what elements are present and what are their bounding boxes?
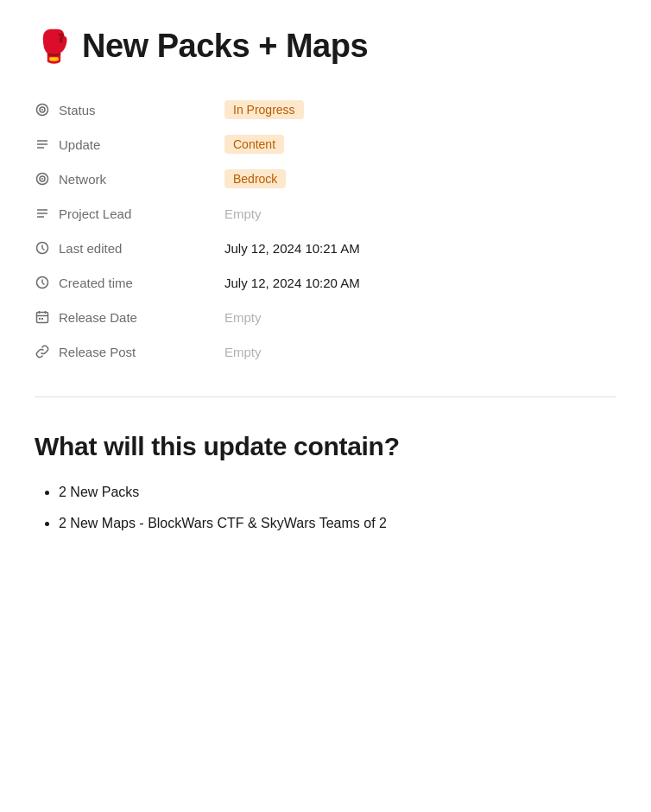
page-title: New Packs + Maps [82,28,368,65]
network-label: Network [59,172,106,187]
network-value[interactable]: Bedrock [224,169,616,188]
list-item: 2 New Packs [59,482,616,503]
property-label-release-post: Release Post [35,344,224,359]
property-label-created-time: Created time [35,275,224,290]
property-row-status[interactable]: Status In Progress [35,92,616,127]
property-label-network: Network [35,171,224,187]
content-heading: What will this update contain? [35,432,616,461]
network-target-icon [35,171,50,187]
svg-point-2 [41,109,43,111]
status-tag[interactable]: In Progress [224,100,304,119]
property-row-created-time[interactable]: Created time July 12, 2024 10:20 AM [35,265,616,300]
page-emoji: 🥊 [35,31,73,62]
created-time-date: July 12, 2024 10:20 AM [224,276,360,290]
update-label: Update [59,137,100,152]
project-lead-label: Project Lead [59,206,131,221]
network-tag[interactable]: Bedrock [224,169,286,188]
svg-rect-18 [37,313,48,323]
calendar-icon [35,309,50,325]
release-post-empty: Empty [224,345,262,359]
release-date-value[interactable]: Empty [224,310,616,325]
created-clock-icon [35,275,50,290]
link-icon [35,344,50,359]
status-value[interactable]: In Progress [224,100,616,119]
property-row-release-date[interactable]: Release Date Empty [35,300,616,334]
project-lead-empty: Empty [224,206,262,221]
svg-point-8 [41,178,43,180]
svg-line-14 [42,249,45,251]
release-post-label: Release Post [59,345,136,359]
properties-section: Status In Progress Update Content [35,92,616,369]
last-edited-label: Last edited [59,241,122,256]
property-label-last-edited: Last edited [35,240,224,256]
property-label-status: Status [35,102,224,117]
update-value[interactable]: Content [224,135,616,154]
property-row-update[interactable]: Update Content [35,127,616,162]
content-section: What will this update contain? 2 New Pac… [35,425,616,534]
property-row-last-edited[interactable]: Last edited July 12, 2024 10:21 AM [35,231,616,265]
svg-line-17 [42,283,45,285]
section-divider [35,396,616,397]
svg-rect-22 [39,318,41,320]
bullet-item-1: 2 New Packs [59,485,139,499]
release-date-empty: Empty [224,310,262,325]
svg-rect-23 [41,318,43,320]
property-row-release-post[interactable]: Release Post Empty [35,334,616,369]
property-label-project-lead: Project Lead [35,206,224,221]
property-row-network[interactable]: Network Bedrock [35,162,616,196]
list-icon [35,136,50,152]
bullet-item-2: 2 New Maps - BlockWars CTF & SkyWars Tea… [59,516,387,530]
page-title-container: 🥊 New Packs + Maps [35,28,616,65]
update-tag[interactable]: Content [224,135,284,154]
release-date-label: Release Date [59,310,137,325]
list-item: 2 New Maps - BlockWars CTF & SkyWars Tea… [59,513,616,534]
target-icon [35,102,50,117]
created-time-label: Created time [59,276,133,290]
project-lead-value[interactable]: Empty [224,206,616,221]
status-label: Status [59,103,96,117]
last-edited-date: July 12, 2024 10:21 AM [224,241,360,256]
bullet-list: 2 New Packs 2 New Maps - BlockWars CTF &… [35,482,616,534]
property-label-release-date: Release Date [35,309,224,325]
last-edited-value: July 12, 2024 10:21 AM [224,241,616,256]
property-row-project-lead[interactable]: Project Lead Empty [35,196,616,231]
project-lead-list-icon [35,206,50,221]
release-post-value[interactable]: Empty [224,345,616,359]
property-label-update: Update [35,136,224,152]
created-time-value: July 12, 2024 10:20 AM [224,276,616,290]
clock-icon [35,240,50,256]
